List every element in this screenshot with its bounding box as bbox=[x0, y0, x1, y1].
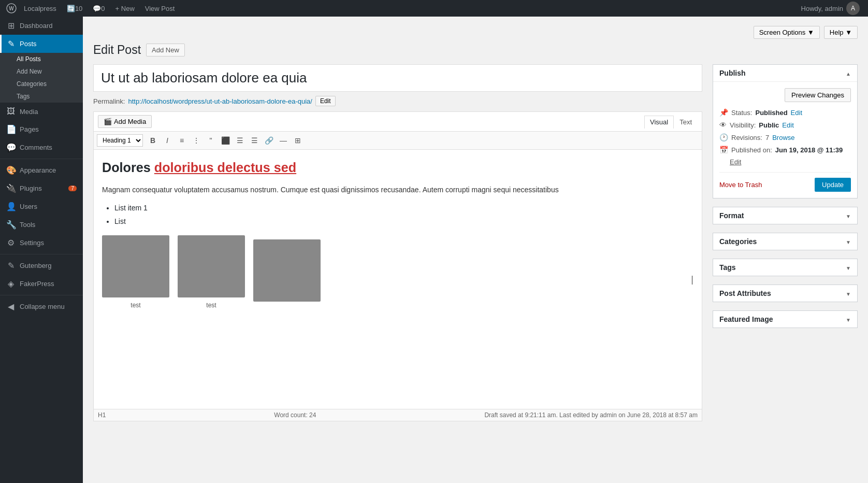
sidebar-item-appearance[interactable]: 🎨 Appearance bbox=[0, 161, 83, 179]
cursor-indicator: | bbox=[691, 272, 693, 287]
list-item-1: List item 1 bbox=[114, 202, 693, 214]
fakerpress-icon: ◈ bbox=[6, 279, 16, 289]
posts-icon: ✎ bbox=[6, 39, 16, 49]
published-row: 📅 Published on: Jun 19, 2018 @ 11:39 bbox=[719, 146, 851, 154]
blockquote-button[interactable]: " bbox=[204, 134, 218, 147]
format-box-header[interactable]: Format bbox=[713, 207, 857, 224]
sidebar-item-add-new[interactable]: Add New bbox=[0, 65, 83, 78]
status-edit-link[interactable]: Edit bbox=[791, 109, 802, 117]
bold-button[interactable]: B bbox=[146, 134, 160, 147]
right-sidebar: Publish Preview Changes 📌 Status: Publis… bbox=[713, 64, 858, 336]
content-heading: Dolores doloribus delectus sed bbox=[102, 157, 693, 178]
table-button[interactable]: ⊞ bbox=[291, 134, 305, 147]
help-button[interactable]: Help ▼ bbox=[824, 26, 858, 39]
published-edit-link[interactable]: Edit bbox=[730, 158, 851, 166]
format-box-title: Format bbox=[719, 211, 744, 220]
adminbar-new[interactable]: + New bbox=[110, 0, 140, 17]
sidebar-item-tools[interactable]: 🔧 Tools bbox=[0, 216, 83, 234]
unordered-list-button[interactable]: ≡ bbox=[175, 134, 189, 147]
edit-area: Permalink: http://localhost/wordpress/ut… bbox=[93, 64, 858, 421]
post-attributes-box-title: Post Attributes bbox=[719, 289, 771, 297]
adminbar-right: Howdy, admin A bbox=[797, 2, 864, 15]
featured-image-box-header[interactable]: Featured Image bbox=[713, 311, 857, 328]
tags-box-header[interactable]: Tags bbox=[713, 259, 857, 276]
heading-link[interactable]: doloribus delectus sed bbox=[154, 160, 296, 175]
status-value: Published bbox=[755, 109, 787, 117]
insert-link-button[interactable]: 🔗 bbox=[262, 134, 276, 147]
italic-button[interactable]: I bbox=[161, 134, 174, 147]
align-left-button[interactable]: ⬛ bbox=[219, 134, 232, 147]
adminbar-comments[interactable]: 💬 0 bbox=[88, 0, 110, 17]
permalink-row: Permalink: http://localhost/wordpress/ut… bbox=[93, 96, 702, 106]
editor-wrapper: 🎬 Add Media Visual Text Heading 1 bbox=[93, 111, 702, 421]
tab-visual[interactable]: Visual bbox=[644, 116, 674, 129]
adminbar-view-post[interactable]: View Post bbox=[140, 0, 180, 17]
sidebar-item-dashboard[interactable]: ⊞ Dashboard bbox=[0, 17, 83, 35]
visibility-value: Public bbox=[759, 121, 779, 129]
categories-box-title: Categories bbox=[719, 237, 757, 246]
adminbar-items: Localpress 🔄 10 💬 0 + New View Post bbox=[19, 0, 797, 17]
gallery-image-3[interactable] bbox=[253, 239, 321, 302]
visibility-label: Visibility: bbox=[730, 121, 756, 129]
add-new-button[interactable]: Add New bbox=[146, 44, 185, 56]
wp-logo-icon[interactable]: W bbox=[4, 0, 19, 17]
heading-tag-indicator: H1 bbox=[98, 411, 106, 419]
sidebar-item-media[interactable]: 🖼 Media bbox=[0, 103, 83, 120]
screen-options-button[interactable]: Screen Options ▼ bbox=[754, 26, 820, 39]
gutenberg-icon: ✎ bbox=[6, 261, 16, 271]
post-attributes-box: Post Attributes bbox=[713, 285, 858, 302]
ordered-list-button[interactable]: ⋮ bbox=[190, 134, 203, 147]
sidebar-collapse[interactable]: ◀ Collapse menu bbox=[0, 297, 83, 316]
sidebar-item-tags[interactable]: Tags bbox=[0, 90, 83, 103]
main-content: Screen Options ▼ Help ▼ Edit Post Add Ne… bbox=[83, 17, 868, 483]
adminbar-site-name[interactable]: Localpress bbox=[19, 0, 62, 17]
sidebar-item-users[interactable]: 👤 Users bbox=[0, 197, 83, 216]
published-icon: 📅 bbox=[719, 146, 728, 154]
featured-image-box-title: Featured Image bbox=[719, 315, 773, 323]
categories-box-header[interactable]: Categories bbox=[713, 233, 857, 250]
publish-box-header[interactable]: Publish bbox=[713, 65, 857, 82]
more-tag-button[interactable]: — bbox=[277, 134, 290, 147]
sidebar-item-all-posts[interactable]: All Posts bbox=[0, 53, 83, 65]
gallery-item-2: test bbox=[178, 235, 245, 310]
adminbar-updates[interactable]: 🔄 10 bbox=[62, 0, 88, 17]
align-center-button[interactable]: ☰ bbox=[233, 134, 247, 147]
sidebar-item-posts[interactable]: ✎ Posts bbox=[0, 35, 83, 53]
admin-sidebar: ⊞ Dashboard ✎ Posts All Posts Add New Ca… bbox=[0, 17, 83, 483]
status-icon: 📌 bbox=[719, 108, 728, 117]
permalink-label: Permalink: bbox=[93, 97, 125, 105]
post-editor: Permalink: http://localhost/wordpress/ut… bbox=[93, 64, 702, 421]
visual-text-tabs: Visual Text bbox=[644, 116, 698, 128]
sidebar-item-fakerpress[interactable]: ◈ FakerPress bbox=[0, 275, 83, 293]
preview-changes-button[interactable]: Preview Changes bbox=[785, 88, 851, 102]
heading-select[interactable]: Heading 1 bbox=[97, 134, 143, 147]
revisions-browse-link[interactable]: Browse bbox=[772, 134, 794, 141]
visibility-edit-link[interactable]: Edit bbox=[782, 121, 793, 129]
tab-text[interactable]: Text bbox=[674, 116, 698, 128]
sidebar-item-pages[interactable]: 📄 Pages bbox=[0, 120, 83, 138]
sidebar-item-categories[interactable]: Categories bbox=[0, 78, 83, 90]
admin-bar: W Localpress 🔄 10 💬 0 + New View Post Ho… bbox=[0, 0, 868, 17]
post-attributes-box-toggle bbox=[846, 290, 851, 297]
word-count-label: Word count: bbox=[274, 411, 307, 419]
move-to-trash-link[interactable]: Move to Trash bbox=[719, 181, 762, 189]
status-label: Status: bbox=[731, 109, 752, 117]
sidebar-item-plugins[interactable]: 🔌 Plugins 7 bbox=[0, 179, 83, 197]
align-right-button[interactable]: ☰ bbox=[248, 134, 261, 147]
dashboard-icon: ⊞ bbox=[6, 21, 16, 31]
gallery-image-1[interactable] bbox=[102, 235, 169, 297]
adminbar-user[interactable]: Howdy, admin A bbox=[797, 2, 864, 15]
gallery-image-2[interactable] bbox=[178, 235, 245, 297]
update-button[interactable]: Update bbox=[815, 178, 851, 192]
sidebar-item-settings[interactable]: ⚙ Settings bbox=[0, 234, 83, 252]
permalink-link[interactable]: http://localhost/wordpress/ut-ut-ab-labo… bbox=[128, 97, 312, 105]
editor-content[interactable]: Dolores doloribus delectus sed Magnam co… bbox=[94, 150, 702, 409]
post-attributes-box-header[interactable]: Post Attributes bbox=[713, 285, 857, 302]
sidebar-item-gutenberg[interactable]: ✎ Gutenberg bbox=[0, 257, 83, 275]
comments-icon: 💬 bbox=[6, 143, 16, 152]
add-media-button[interactable]: 🎬 Add Media bbox=[98, 115, 152, 128]
permalink-edit-button[interactable]: Edit bbox=[315, 96, 336, 106]
post-title-input[interactable] bbox=[93, 64, 702, 92]
image-gallery: test test bbox=[102, 235, 693, 310]
sidebar-item-comments[interactable]: 💬 Comments bbox=[0, 138, 83, 157]
